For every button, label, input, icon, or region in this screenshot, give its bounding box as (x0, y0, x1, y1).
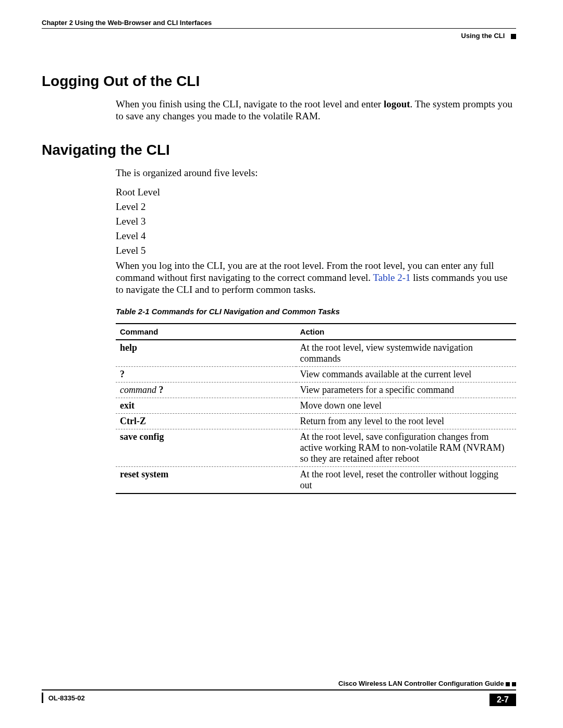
content-block-1: When you finish using the CLI, navigate … (116, 98, 516, 122)
table-row: command ?View parameters for a specific … (116, 382, 516, 398)
content-block-2: The is organized around five levels: Roo… (116, 167, 516, 494)
footer-doc-id: OL-8335-02 (42, 694, 85, 704)
logout-keyword: logout (384, 98, 410, 109)
table-row: save configAt the root level, save confi… (116, 429, 516, 467)
cell-action: At the root level, reset the controller … (296, 467, 516, 494)
table-header-row: Command Action (116, 324, 516, 340)
page-footer: Cisco Wireless LAN Controller Configurat… (42, 680, 516, 706)
subheader-text: Using the CLI (461, 32, 505, 40)
level-item: Level 4 (116, 230, 516, 242)
para-table-intro: When you log into the CLI, you are at th… (116, 260, 516, 296)
cell-action: Return from any level to the root level (296, 414, 516, 429)
cell-action: Move down one level (296, 398, 516, 414)
running-subheader: Using the CLI (42, 32, 516, 40)
page-number-badge: 2-7 (489, 694, 516, 706)
level-item: Level 5 (116, 245, 516, 256)
square-marker-icon (506, 682, 510, 686)
table-row: helpAt the root level, view systemwide n… (116, 340, 516, 367)
footer-rule (42, 689, 516, 690)
text-span: When you finish using the CLI, navigate … (116, 98, 384, 109)
commands-table: Command Action helpAt the root level, vi… (116, 323, 516, 494)
para-levels-intro: The is organized around five levels: (116, 167, 516, 179)
table-xref-link[interactable]: Table 2-1 (373, 272, 411, 283)
cell-command: ? (116, 367, 296, 382)
footer-page-wrap: 2-7 (486, 694, 516, 706)
table-row: ?View commands available at the current … (116, 367, 516, 382)
cell-action: At the root level, view systemwide navig… (296, 340, 516, 367)
footer-row: OL-8335-02 2-7 (42, 694, 516, 706)
table-row: Ctrl-ZReturn from any level to the root … (116, 414, 516, 429)
cell-command: command ? (116, 382, 296, 398)
cell-command: reset system (116, 467, 296, 494)
heading-navigating: Navigating the CLI (42, 142, 516, 158)
header-rule (42, 28, 516, 29)
footer-guide-title: Cisco Wireless LAN Controller Configurat… (42, 680, 516, 687)
table-row: reset systemAt the root level, reset the… (116, 467, 516, 494)
square-marker-icon (511, 34, 516, 39)
doc-id-text: OL-8335-02 (48, 694, 85, 702)
bar-icon (42, 693, 43, 703)
level-item: Level 2 (116, 201, 516, 213)
para-logging-out: When you finish using the CLI, navigate … (116, 98, 516, 122)
heading-logging-out: Logging Out of the CLI (42, 73, 516, 90)
cell-command: Ctrl-Z (116, 414, 296, 429)
cell-action: At the root level, save configuration ch… (296, 429, 516, 467)
document-page: Chapter 2 Using the Web-Browser and CLI … (0, 0, 563, 728)
cell-command: exit (116, 398, 296, 414)
cell-action: View commands available at the current l… (296, 367, 516, 382)
cell-command: help (116, 340, 296, 367)
cell-command: save config (116, 429, 296, 467)
col-header-command: Command (116, 324, 296, 340)
running-header: Chapter 2 Using the Web-Browser and CLI … (42, 19, 516, 27)
table-row: exitMove down one level (116, 398, 516, 414)
level-item: Level 3 (116, 216, 516, 227)
cell-action: View parameters for a specific command (296, 382, 516, 398)
guide-text: Cisco Wireless LAN Controller Configurat… (338, 680, 504, 687)
col-header-action: Action (296, 324, 516, 340)
square-marker-icon (512, 682, 516, 686)
level-item: Root Level (116, 187, 516, 198)
table-caption: Table 2-1 Commands for CLI Navigation an… (116, 307, 516, 316)
